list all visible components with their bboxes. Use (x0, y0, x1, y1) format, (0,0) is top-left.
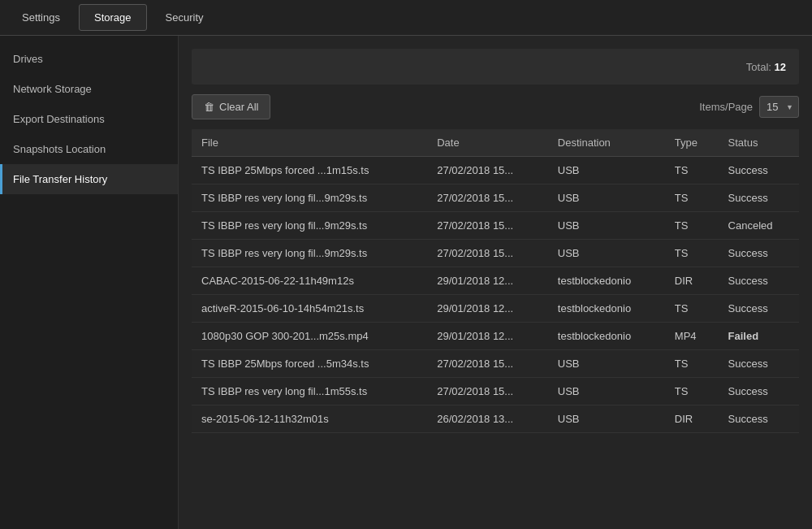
col-header-date: Date (427, 129, 548, 157)
clear-all-button[interactable]: 🗑 Clear All (192, 94, 270, 119)
col-header-destination: Destination (548, 129, 665, 157)
cell-date: 27/02/2018 15... (427, 184, 548, 212)
cell-file: TS IBBP 25Mbps forced ...5m34s.ts (192, 350, 427, 378)
sidebar-item-export-destinations[interactable]: Export Destinations (0, 104, 178, 134)
top-navigation: Settings Storage Security (0, 0, 812, 36)
cell-destination: testblockedonio (548, 323, 665, 350)
cell-type: DIR (665, 267, 719, 295)
cell-date: 27/02/2018 15... (427, 212, 548, 240)
header-bar: Total: 12 (192, 49, 799, 85)
cell-status: Failed (719, 323, 799, 350)
cell-status: Success (719, 350, 799, 378)
cell-date: 27/02/2018 15... (427, 157, 548, 184)
items-per-page-label: Items/Page (699, 101, 753, 113)
col-header-status: Status (719, 129, 799, 157)
tab-storage[interactable]: Storage (79, 4, 147, 31)
cell-status: Success (719, 295, 799, 323)
cell-destination: USB (548, 184, 665, 212)
tab-security[interactable]: Security (150, 4, 219, 31)
cell-file: TS IBBP res very long fil...9m29s.ts (192, 184, 427, 212)
total-label: Total: (746, 61, 771, 73)
sidebar-item-network-storage[interactable]: Network Storage (0, 74, 178, 104)
cell-status: Success (719, 405, 799, 433)
table-row: se-2015-06-12-11h32m01s26/02/2018 13...U… (192, 405, 799, 433)
trash-icon: 🗑 (204, 101, 214, 113)
items-per-page-wrapper: 10 15 25 50 (759, 96, 799, 118)
table-row: activeR-2015-06-10-14h54m21s.ts29/01/201… (192, 295, 799, 323)
cell-file: se-2015-06-12-11h32m01s (192, 405, 427, 433)
main-content: Total: 12 🗑 Clear All Items/Page 10 15 2… (179, 36, 812, 529)
cell-status: Success (719, 240, 799, 267)
cell-status: Success (719, 184, 799, 212)
toolbar: 🗑 Clear All Items/Page 10 15 25 50 (192, 94, 799, 119)
cell-destination: testblockedonio (548, 267, 665, 295)
cell-date: 27/02/2018 15... (427, 240, 548, 267)
table-row: TS IBBP res very long fil...9m29s.ts27/0… (192, 184, 799, 212)
cell-destination: USB (548, 157, 665, 184)
cell-date: 29/01/2018 12... (427, 267, 548, 295)
table-row: TS IBBP res very long fil...1m55s.ts27/0… (192, 378, 799, 405)
total-count: 12 (775, 61, 786, 73)
cell-date: 29/01/2018 12... (427, 323, 548, 350)
cell-file: 1080p30 GOP 300-201...m25s.mp4 (192, 323, 427, 350)
cell-type: TS (665, 240, 719, 267)
cell-type: TS (665, 350, 719, 378)
tab-settings[interactable]: Settings (6, 4, 76, 31)
cell-date: 29/01/2018 12... (427, 295, 548, 323)
table-row: CABAC-2015-06-22-11h49m12s29/01/2018 12.… (192, 267, 799, 295)
cell-type: MP4 (665, 323, 719, 350)
cell-destination: testblockedonio (548, 295, 665, 323)
cell-status: Success (719, 157, 799, 184)
cell-date: 27/02/2018 15... (427, 378, 548, 405)
cell-type: TS (665, 184, 719, 212)
cell-date: 26/02/2018 13... (427, 405, 548, 433)
items-per-page-select[interactable]: 10 15 25 50 (759, 96, 799, 118)
cell-destination: USB (548, 212, 665, 240)
sidebar-item-snapshots-location[interactable]: Snapshots Location (0, 134, 178, 164)
cell-file: TS IBBP 25Mbps forced ...1m15s.ts (192, 157, 427, 184)
cell-type: DIR (665, 405, 719, 433)
table-row: TS IBBP res very long fil...9m29s.ts27/0… (192, 240, 799, 267)
cell-destination: USB (548, 350, 665, 378)
cell-destination: USB (548, 240, 665, 267)
cell-file: TS IBBP res very long fil...1m55s.ts (192, 378, 427, 405)
cell-destination: USB (548, 378, 665, 405)
cell-file: activeR-2015-06-10-14h54m21s.ts (192, 295, 427, 323)
cell-type: TS (665, 212, 719, 240)
table-row: TS IBBP 25Mbps forced ...5m34s.ts27/02/2… (192, 350, 799, 378)
table-row: TS IBBP 25Mbps forced ...1m15s.ts27/02/2… (192, 157, 799, 184)
cell-type: TS (665, 157, 719, 184)
cell-destination: USB (548, 405, 665, 433)
cell-file: TS IBBP res very long fil...9m29s.ts (192, 212, 427, 240)
cell-type: TS (665, 295, 719, 323)
sidebar: Drives Network Storage Export Destinatio… (0, 36, 179, 529)
cell-date: 27/02/2018 15... (427, 350, 548, 378)
clear-all-label: Clear All (219, 101, 258, 113)
cell-status: Canceled (719, 212, 799, 240)
cell-file: TS IBBP res very long fil...9m29s.ts (192, 240, 427, 267)
sidebar-item-drives[interactable]: Drives (0, 44, 178, 74)
sidebar-item-file-transfer-history[interactable]: File Transfer History (0, 164, 178, 194)
table-header-row: File Date Destination Type Status (192, 129, 799, 157)
table-row: TS IBBP res very long fil...9m29s.ts27/0… (192, 212, 799, 240)
cell-type: TS (665, 378, 719, 405)
cell-status: Success (719, 267, 799, 295)
col-header-type: Type (665, 129, 719, 157)
main-layout: Drives Network Storage Export Destinatio… (0, 36, 812, 529)
cell-file: CABAC-2015-06-22-11h49m12s (192, 267, 427, 295)
items-per-page-control: Items/Page 10 15 25 50 (699, 96, 799, 118)
col-header-file: File (192, 129, 427, 157)
file-transfer-table: File Date Destination Type Status TS IBB… (192, 129, 799, 433)
cell-status: Success (719, 378, 799, 405)
table-row: 1080p30 GOP 300-201...m25s.mp429/01/2018… (192, 323, 799, 350)
